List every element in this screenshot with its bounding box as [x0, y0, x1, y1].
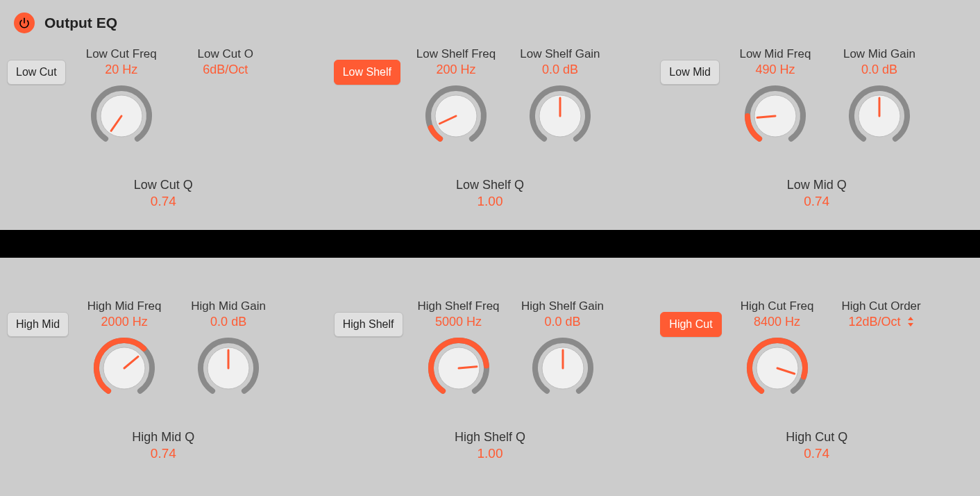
- band-high-mid: High Mid High Mid Freq 2000 Hz High Mid …: [0, 299, 327, 461]
- high-mid-freq-value[interactable]: 2000 Hz: [101, 315, 148, 329]
- low-shelf-freq-value[interactable]: 200 Hz: [436, 63, 475, 77]
- low-mid-gain-label: Low Mid Gain: [843, 47, 915, 61]
- page-title: Output EQ: [44, 15, 117, 31]
- high-cut-freq-knob[interactable]: [745, 336, 809, 403]
- low-shelf-gain-value[interactable]: 0.0 dB: [542, 63, 578, 77]
- high-cut-q-value[interactable]: 0.74: [660, 446, 973, 461]
- high-mid-gain-value[interactable]: 0.0 dB: [210, 315, 246, 329]
- high-mid-button[interactable]: High Mid: [7, 312, 69, 337]
- high-mid-gain-label: High Mid Gain: [191, 299, 266, 313]
- low-shelf-freq-knob[interactable]: [424, 84, 488, 151]
- high-shelf-button[interactable]: High Shelf: [334, 312, 403, 337]
- low-shelf-q-label: Low Shelf Q: [334, 178, 647, 192]
- stepper-updown-icon[interactable]: [907, 315, 914, 330]
- band-high-cut: High Cut High Cut Freq 8400 Hz High Cut …: [653, 299, 980, 461]
- eq-row-1: Low Cut Low Cut Freq 20 Hz Low Cut O 6dB…: [0, 40, 980, 230]
- low-mid-freq-knob[interactable]: [743, 84, 807, 151]
- high-mid-freq-knob[interactable]: [92, 336, 156, 403]
- power-button[interactable]: [14, 13, 35, 33]
- power-icon: [18, 17, 31, 29]
- high-cut-freq-value[interactable]: 8400 Hz: [754, 315, 800, 329]
- band-high-shelf: High Shelf High Shelf Freq 5000 Hz High …: [327, 299, 654, 461]
- eq-row-2: High Mid High Mid Freq 2000 Hz High Mid …: [0, 292, 980, 482]
- high-mid-freq-label: High Mid Freq: [87, 299, 162, 313]
- high-cut-order-value[interactable]: 12dB/Oct: [849, 315, 914, 330]
- band-low-mid: Low Mid Low Mid Freq 490 Hz Low Mid Gain…: [653, 47, 980, 209]
- low-cut-q-label: Low Cut Q: [7, 178, 320, 192]
- low-mid-button[interactable]: Low Mid: [660, 60, 720, 85]
- band-low-shelf: Low Shelf Low Shelf Freq 200 Hz Low Shel…: [327, 47, 654, 209]
- band-low-cut: Low Cut Low Cut Freq 20 Hz Low Cut O 6dB…: [0, 47, 327, 209]
- low-cut-order-label: Low Cut O: [198, 47, 253, 61]
- high-shelf-gain-knob[interactable]: [531, 336, 595, 403]
- high-shelf-freq-value[interactable]: 5000 Hz: [435, 315, 482, 329]
- low-shelf-q-value[interactable]: 1.00: [334, 194, 647, 209]
- header: Output EQ: [0, 0, 980, 40]
- low-cut-freq-knob[interactable]: [90, 84, 153, 151]
- high-shelf-q-label: High Shelf Q: [334, 430, 647, 445]
- high-mid-q-value[interactable]: 0.74: [7, 446, 320, 461]
- low-shelf-gain-knob[interactable]: [528, 84, 592, 151]
- high-shelf-q-value[interactable]: 1.00: [334, 446, 647, 461]
- high-mid-gain-knob[interactable]: [196, 336, 260, 403]
- low-cut-q-value[interactable]: 0.74: [7, 194, 320, 209]
- high-cut-freq-label: High Cut Freq: [741, 299, 814, 313]
- high-shelf-gain-label: High Shelf Gain: [521, 299, 604, 313]
- high-shelf-freq-knob[interactable]: [427, 336, 491, 403]
- low-shelf-freq-label: Low Shelf Freq: [416, 47, 496, 61]
- high-shelf-freq-label: High Shelf Freq: [417, 299, 499, 313]
- high-shelf-gain-value[interactable]: 0.0 dB: [544, 315, 580, 329]
- high-cut-order-label: High Cut Order: [841, 299, 920, 313]
- low-mid-freq-value[interactable]: 490 Hz: [755, 63, 795, 77]
- low-shelf-button[interactable]: Low Shelf: [334, 60, 400, 85]
- low-cut-freq-label: Low Cut Freq: [86, 47, 157, 61]
- high-cut-q-label: High Cut Q: [660, 430, 973, 445]
- high-cut-button[interactable]: High Cut: [660, 312, 721, 337]
- low-mid-q-value[interactable]: 0.74: [660, 194, 973, 209]
- low-mid-q-label: Low Mid Q: [660, 178, 973, 192]
- low-cut-order-value[interactable]: 6dB/Oct: [203, 63, 248, 77]
- low-cut-freq-value[interactable]: 20 Hz: [105, 63, 137, 77]
- low-mid-gain-value[interactable]: 0.0 dB: [861, 63, 897, 77]
- high-mid-q-label: High Mid Q: [7, 430, 320, 445]
- low-cut-button[interactable]: Low Cut: [7, 60, 66, 85]
- low-mid-gain-knob[interactable]: [847, 84, 911, 151]
- low-mid-freq-label: Low Mid Freq: [739, 47, 811, 61]
- divider-bar: [0, 230, 980, 258]
- low-shelf-gain-label: Low Shelf Gain: [520, 47, 600, 61]
